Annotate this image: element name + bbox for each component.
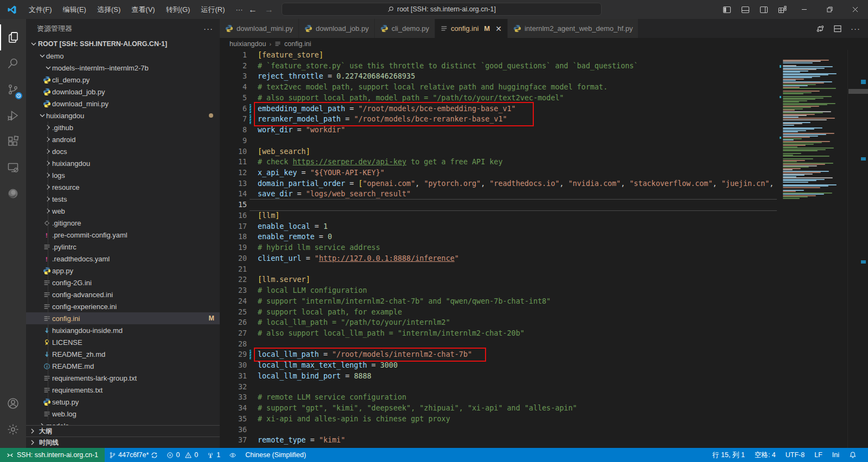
cursor-position-status[interactable]: 行 15, 列 1: [707, 448, 750, 462]
tab-label: cli_demo.py: [392, 24, 429, 33]
notifications-bell-icon[interactable]: [844, 448, 861, 462]
menu-item-goto[interactable]: 转到(G): [161, 0, 196, 19]
menu-item-view[interactable]: 查看(V): [126, 0, 160, 19]
tree-file-config-2g.ini[interactable]: config-2G.ini: [26, 277, 220, 288]
code-line-11: 11# check https://serper.dev/api-key to …: [220, 157, 780, 168]
tree-file-setup.py[interactable]: setup.py: [26, 396, 220, 408]
overview-ruler[interactable]: [847, 50, 868, 448]
extensions-icon[interactable]: [0, 129, 26, 155]
tree-file-download_job.py[interactable]: download_job.py: [26, 86, 220, 98]
tree-file-config.ini[interactable]: config.iniM: [26, 312, 220, 324]
ime-status[interactable]: Chinese (Simplified): [241, 448, 310, 462]
close-button[interactable]: [843, 0, 868, 19]
tab-download_job.py[interactable]: download_job.py: [299, 19, 374, 38]
menu-item-run[interactable]: 运行(R): [195, 0, 230, 19]
tree-file-requirements.txt[interactable]: requirements.txt: [26, 384, 220, 396]
tree-file-config-advanced.ini[interactable]: config-advanced.ini: [26, 288, 220, 300]
tree-file-readme.md[interactable]: README.md: [26, 360, 220, 372]
tree-file-download_mini.py[interactable]: download_mini.py: [26, 98, 220, 110]
tree-file-readme_zh.md[interactable]: README_zh.md: [26, 348, 220, 360]
indent-guide: [48, 121, 48, 420]
code-editor[interactable]: 1[feature_store]2# `feature_store.py` us…: [220, 50, 868, 448]
split-editor-icon[interactable]: [833, 24, 842, 33]
code-line-23: 23# local LLM configuration: [220, 285, 780, 296]
toggle-primary-sidebar-icon[interactable]: [719, 3, 735, 17]
nav-back-icon[interactable]: ←: [248, 5, 257, 15]
tree-file-.pre-commit-config.yaml[interactable]: !.pre-commit-config.yaml: [26, 229, 220, 241]
sidebar-section-timeline[interactable]: 时间线: [26, 437, 220, 448]
tab-close-icon[interactable]: ✕: [495, 24, 502, 33]
menu-item-more[interactable]: ···: [230, 0, 248, 19]
indentation-status[interactable]: 空格: 4: [750, 448, 781, 462]
tree-folder-resource[interactable]: resource: [26, 181, 220, 193]
breadcrumb-file[interactable]: config.ini: [284, 40, 311, 48]
minimize-button[interactable]: [792, 0, 817, 19]
remote-indicator[interactable]: SSH: ssh.intern-ai.org.cn-1: [0, 448, 105, 462]
breadcrumb-folder[interactable]: huixiangdou: [229, 40, 266, 48]
nav-forward-icon[interactable]: →: [265, 5, 273, 15]
eol-status[interactable]: LF: [809, 448, 827, 462]
tree-file-.readthedocs.yaml[interactable]: !.readthedocs.yaml: [26, 253, 220, 265]
git-file-icon: [42, 219, 51, 227]
tab-cli_demo.py[interactable]: cli_demo.py: [375, 19, 435, 38]
restore-button[interactable]: [817, 0, 843, 19]
tab-download_mini.py[interactable]: download_mini.py: [220, 19, 298, 38]
editor-more-actions-icon[interactable]: ···: [851, 24, 860, 33]
tree-file-.gitignore[interactable]: .gitignore: [26, 217, 220, 229]
menu-item-file[interactable]: 文件(F): [23, 0, 58, 19]
edge-tools-icon[interactable]: [0, 181, 26, 207]
tree-folder-huixiangdou[interactable]: huixiangdou: [26, 110, 220, 121]
open-changes-icon[interactable]: [816, 24, 825, 33]
screencast-eye-status[interactable]: [225, 448, 241, 462]
run-debug-icon[interactable]: [0, 102, 26, 129]
settings-icon[interactable]: [0, 416, 26, 442]
git-branch-status[interactable]: 447c6f7e*: [105, 448, 162, 462]
code-line-1: 1[feature_store]: [220, 50, 780, 61]
tree-file-app.py[interactable]: app.py: [26, 265, 220, 277]
tree-file-requirements-lark-group.txt[interactable]: requirements-lark-group.txt: [26, 372, 220, 384]
toggle-secondary-sidebar-icon[interactable]: [756, 3, 771, 17]
source-control-icon[interactable]: [0, 76, 26, 102]
tab-config.ini[interactable]: config.iniM✕: [435, 19, 507, 38]
tree-folder-demo[interactable]: demo: [26, 50, 220, 62]
remote-explorer-icon[interactable]: [0, 155, 26, 181]
tree-file-.pylintrc[interactable]: .pylintrc: [26, 241, 220, 253]
line-number: 35: [220, 414, 247, 425]
branch-icon: [109, 452, 116, 459]
tree-folder-android[interactable]: android: [26, 133, 220, 145]
tree-item-label: huixiangdou: [46, 112, 84, 120]
search-icon[interactable]: [0, 50, 26, 76]
tree-folder-tests[interactable]: tests: [26, 193, 220, 205]
language-mode-status[interactable]: Ini: [827, 448, 844, 462]
menu-item-edit[interactable]: 编辑(E): [58, 0, 92, 19]
explorer-icon[interactable]: [0, 24, 26, 50]
minimap-line: [783, 74, 828, 75]
tree-file-license[interactable]: LICENSE: [26, 336, 220, 348]
tree-folder-web[interactable]: web: [26, 205, 220, 217]
encoding-status[interactable]: UTF-8: [781, 448, 809, 462]
problems-status[interactable]: 0 0: [162, 448, 202, 462]
tree-file-cli_demo.py[interactable]: cli_demo.py: [26, 74, 220, 86]
tree-file-huixiangdou-inside.md[interactable]: huixiangdou-inside.md: [26, 324, 220, 336]
tree-item-label: setup.py: [52, 398, 79, 406]
tree-root-row[interactable]: ROOT [SSH: SSH.INTERN-AI.ORG.CN-1]: [26, 38, 220, 50]
accounts-icon[interactable]: [0, 390, 26, 416]
menu-item-selection[interactable]: 选择(S): [92, 0, 126, 19]
tab-internlm2_agent_web_demo_hf.py[interactable]: internlm2_agent_web_demo_hf.py: [508, 19, 638, 38]
tree-folder-logs[interactable]: logs: [26, 169, 220, 181]
toggle-panel-icon[interactable]: [738, 3, 753, 17]
minimap[interactable]: [780, 50, 847, 448]
sidebar-section-outline[interactable]: 大纲: [26, 425, 220, 437]
tree-folder-.github[interactable]: .github: [26, 121, 220, 133]
forwarded-ports-status[interactable]: 1: [202, 448, 225, 462]
tree-file-config-experience.ini[interactable]: config-experience.ini: [26, 300, 220, 312]
tree-folder-models--internlm--internlm2-7b[interactable]: models--internlm--internlm2-7b: [26, 62, 220, 74]
tree-folder-docs[interactable]: docs: [26, 145, 220, 157]
customize-layout-icon[interactable]: [775, 3, 790, 17]
minimap-line: [783, 101, 799, 102]
command-center-search[interactable]: root [SSH: ssh.intern-ai.org.cn-1]: [282, 3, 602, 16]
tree-folder-huixiangdou[interactable]: huixiangdou: [26, 157, 220, 169]
minimap-line: [783, 161, 797, 162]
explorer-more-actions-icon[interactable]: ···: [203, 24, 213, 33]
tree-file-web.log[interactable]: web.log: [26, 408, 220, 420]
